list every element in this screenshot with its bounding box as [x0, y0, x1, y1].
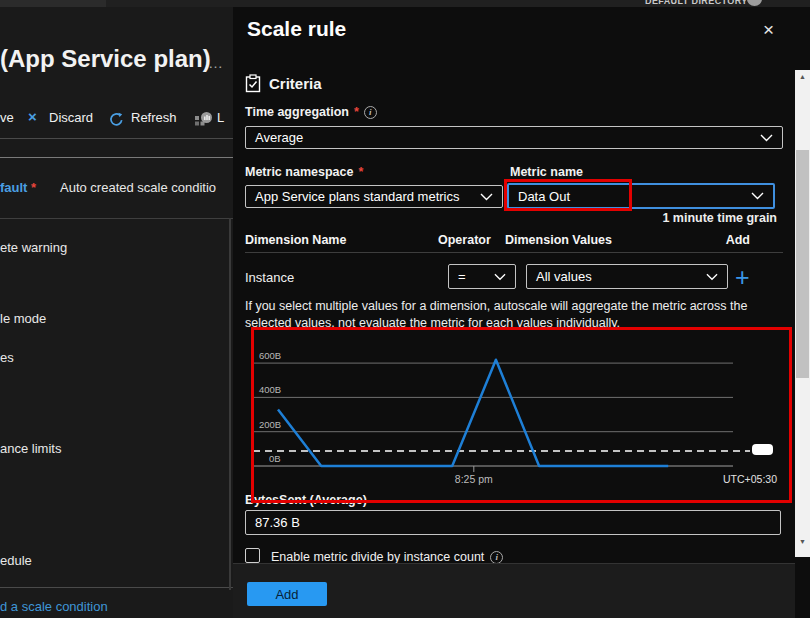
divide-by-instance-label: Enable metric divide by instance count i [271, 550, 503, 564]
refresh-button[interactable]: Refresh [131, 110, 177, 125]
divide-by-instance-checkbox[interactable] [245, 548, 260, 563]
threshold-handle[interactable] [752, 444, 773, 455]
top-nav-bar: DEFAULT DIRECTORY [0, 0, 810, 7]
metric-namespace-dropdown[interactable]: App Service plans standard metrics [245, 185, 503, 208]
label-delete-warning: ete warning [0, 240, 67, 255]
criteria-title: Criteria [269, 75, 322, 92]
scrollbar-thumb[interactable] [796, 150, 809, 378]
blade-title: (App Service plan) [0, 45, 211, 73]
top-nav-search-area [0, 0, 106, 7]
directory-label: DEFAULT DIRECTORY [645, 0, 748, 6]
y-tick-label: 400B [259, 384, 281, 395]
divider [0, 138, 233, 139]
discard-x-icon: × [28, 108, 37, 125]
blade-separator [229, 218, 231, 590]
col-add: Add [713, 233, 750, 247]
time-aggregation-label: Time aggregation * i [245, 105, 377, 119]
metric-series-line [278, 360, 668, 466]
divider [0, 157, 233, 158]
chevron-down-icon [706, 273, 718, 281]
refresh-icon [109, 112, 124, 127]
tab-default[interactable]: fault * [0, 180, 36, 195]
scroll-up-icon[interactable]: ▲ [795, 73, 810, 80]
y-tick-label: 600B [259, 350, 281, 361]
x-tick-label: 8:25 pm [455, 473, 493, 485]
label-schedule: edule [0, 553, 32, 568]
panel-title: Scale rule [247, 17, 346, 41]
scroll-down-icon[interactable]: ▼ [795, 538, 810, 545]
divider [0, 587, 233, 588]
metric-chart-svg: 0B200B400B600B8:25 pmUTC+05:30 [245, 335, 785, 490]
dimension-note-line2: selected values, not evaluate the metric… [245, 316, 620, 330]
add-scale-condition-link[interactable]: d a scale condition [0, 599, 108, 614]
clipboard-check-icon [245, 74, 261, 93]
logs-button-partial[interactable]: L [217, 110, 224, 125]
panel-footer: Add [233, 563, 795, 618]
panel-scrollbar[interactable]: ▲ ▼ [795, 70, 810, 557]
azure-portal-screen: DEFAULT DIRECTORY (App Service plan) … v… [0, 0, 810, 618]
time-grain-note: 1 minute time grain [577, 211, 777, 225]
y-tick-label: 0B [269, 453, 281, 464]
scale-rule-panel: Scale rule × Criteria Time aggregation *… [233, 7, 810, 618]
metric-namespace-label: Metric namespace * [245, 165, 363, 179]
app-service-plan-blade: (App Service plan) … ve × Discard Refres… [0, 7, 233, 618]
dimension-row-name: Instance [245, 270, 294, 285]
chevron-down-icon [480, 193, 493, 201]
criteria-section-header: Criteria [245, 74, 322, 93]
col-dimension-values: Dimension Values [505, 233, 612, 247]
dimension-note-line1: If you select multiple values for a dime… [245, 299, 747, 313]
scale-condition-name: Auto created scale conditio [60, 180, 216, 195]
threshold-input[interactable]: 87.36 B [245, 510, 781, 535]
save-button-partial[interactable]: ve [0, 110, 14, 125]
operator-dropdown[interactable]: = [448, 264, 516, 289]
time-aggregation-dropdown[interactable]: Average [245, 126, 783, 149]
timezone-label: UTC+05:30 [723, 473, 777, 485]
divider [0, 218, 233, 219]
y-tick-label: 200B [259, 419, 281, 430]
label-scale-mode: le mode [0, 311, 46, 326]
add-dimension-icon[interactable]: + [735, 265, 750, 290]
col-dimension-name: Dimension Name [245, 233, 346, 247]
metric-threshold-label: BytesSent (Average) [245, 493, 367, 507]
logs-icon [194, 111, 213, 128]
metric-name-label: Metric name [510, 165, 583, 179]
user-avatar[interactable] [747, 0, 762, 6]
blade-overflow-icon[interactable]: … [208, 54, 224, 71]
chevron-down-icon [760, 134, 773, 142]
label-rules: es [0, 350, 14, 365]
col-operator: Operator [438, 233, 491, 247]
info-icon[interactable]: i [490, 551, 503, 564]
discard-button[interactable]: Discard [49, 110, 93, 125]
info-icon[interactable]: i [364, 106, 377, 119]
dimension-values-dropdown[interactable]: All values [526, 264, 728, 289]
divider [245, 252, 783, 253]
label-instance-limits: ance limits [0, 441, 61, 456]
close-icon[interactable]: × [763, 20, 774, 39]
chevron-down-icon [751, 192, 764, 200]
metric-name-dropdown[interactable]: Data Out [507, 183, 775, 209]
chevron-down-icon [494, 273, 506, 281]
add-rule-button[interactable]: Add [247, 582, 327, 606]
